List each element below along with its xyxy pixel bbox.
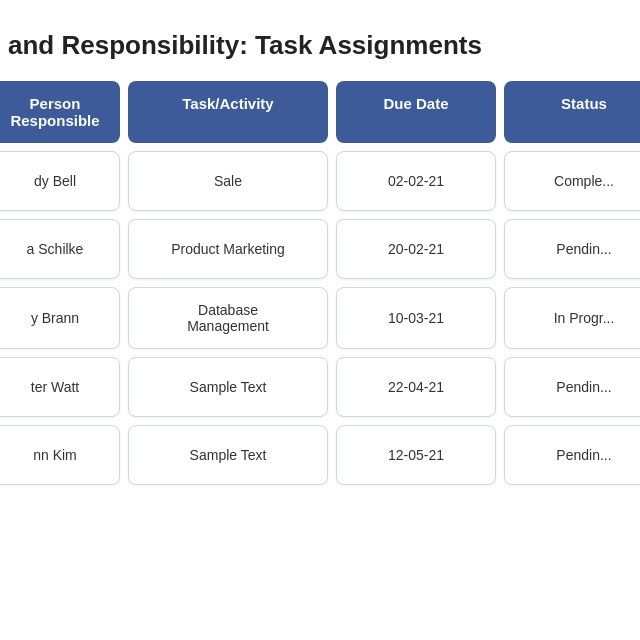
cell-task: Sample Text [128,425,328,485]
page-title: and Responsibility: Task Assignments [0,30,640,81]
cell-due: 12-05-21 [336,425,496,485]
table-row: y BrannDatabaseManagement10-03-21In Prog… [0,287,640,349]
table-row: dy BellSale02-02-21Comple... [0,151,640,211]
table-row: ter WattSample Text22-04-21Pendin... [0,357,640,417]
cell-person: dy Bell [0,151,120,211]
header-due: Due Date [336,81,496,143]
page: and Responsibility: Task Assignments Per… [0,0,640,640]
table-row: a SchilkeProduct Marketing20-02-21Pendin… [0,219,640,279]
cell-due: 02-02-21 [336,151,496,211]
cell-due: 20-02-21 [336,219,496,279]
header-status: Status [504,81,640,143]
cell-status: Pendin... [504,425,640,485]
cell-person: y Brann [0,287,120,349]
cell-due: 22-04-21 [336,357,496,417]
cell-task: Sample Text [128,357,328,417]
cell-status: Pendin... [504,357,640,417]
cell-person: a Schilke [0,219,120,279]
cell-due: 10-03-21 [336,287,496,349]
cell-task: Product Marketing [128,219,328,279]
header-task: Task/Activity [128,81,328,143]
cell-person: ter Watt [0,357,120,417]
cell-person: nn Kim [0,425,120,485]
cell-task: Sale [128,151,328,211]
cell-status: In Progr... [504,287,640,349]
cell-task: DatabaseManagement [128,287,328,349]
cell-status: Pendin... [504,219,640,279]
header-person: PersonResponsible [0,81,120,143]
table-row: nn KimSample Text12-05-21Pendin... [0,425,640,485]
table-container: PersonResponsible Task/Activity Due Date… [0,81,640,620]
cell-status: Comple... [504,151,640,211]
table-body: dy BellSale02-02-21Comple...a SchilkePro… [0,151,640,485]
table-header: PersonResponsible Task/Activity Due Date… [0,81,640,151]
